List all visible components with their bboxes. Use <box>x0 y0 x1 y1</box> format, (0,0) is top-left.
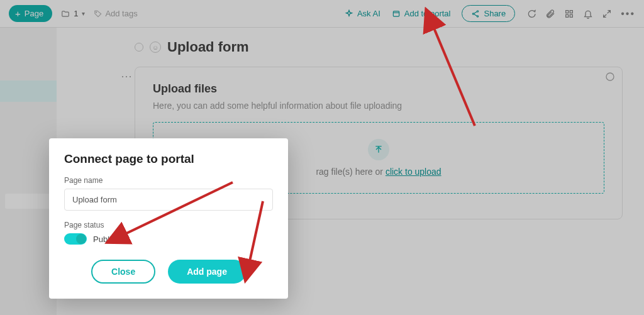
close-button[interactable]: Close <box>91 260 155 284</box>
connect-portal-modal: Connect page to portal Page name Page st… <box>49 138 288 299</box>
page-status-value: Published <box>93 235 129 244</box>
page-status-toggle[interactable] <box>64 233 87 245</box>
page-name-label: Page name <box>64 176 273 185</box>
add-page-button[interactable]: Add page <box>168 260 246 284</box>
page-status-label: Page status <box>64 221 273 229</box>
page-name-input[interactable] <box>64 189 273 211</box>
modal-title: Connect page to portal <box>64 152 273 166</box>
